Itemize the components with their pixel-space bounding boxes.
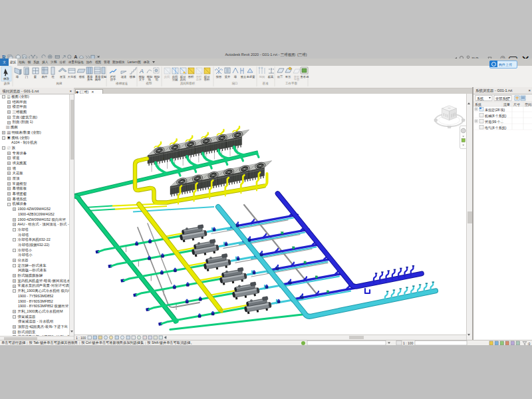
svg-text:老虎窗: 老虎窗 (247, 75, 256, 78)
svg-text:天花板: 天花板 (68, 75, 77, 78)
svg-text:面积: 面积 (204, 78, 210, 81)
svg-text:洞口: 洞口 (232, 82, 238, 85)
svg-text:屋顶: 屋顶 (60, 75, 66, 78)
svg-text:修改: 修改 (3, 76, 10, 80)
svg-text:分隔: 分隔 (172, 78, 178, 82)
svg-text:系统: 系统 (87, 78, 93, 81)
svg-text:组: 组 (156, 78, 159, 81)
svg-text:坡道: 坡道 (120, 75, 127, 78)
svg-text:显示: 显示 (285, 75, 291, 78)
svg-text:构建: 构建 (56, 82, 63, 86)
svg-text:空间名: 空间名 (525, 102, 532, 107)
svg-text:门: 门 (25, 75, 28, 78)
svg-text:按面: 按面 (215, 75, 222, 78)
svg-text:窗: 窗 (34, 75, 37, 78)
svg-text:A: A (139, 68, 144, 74)
svg-text:管道(99 个...: 管道(99 个... (485, 120, 503, 124)
svg-text:楼梯坡道: 楼梯坡道 (115, 82, 128, 85)
svg-text:线: 线 (148, 78, 152, 81)
svg-text:平面: 平面 (294, 78, 300, 81)
svg-text:选择: 选择 (3, 82, 10, 86)
svg-text:网格: 网格 (95, 78, 101, 81)
svg-text:楼梯: 楼梯 (130, 75, 136, 78)
svg-text:面积: 面积 (188, 75, 194, 78)
svg-text:标高: 标高 (268, 75, 274, 79)
svg-text:竖井: 竖井 (225, 75, 231, 78)
svg-text:查看器: 查看器 (301, 75, 310, 78)
svg-text:未指定(28 项): 未指定(28 项) (485, 108, 505, 112)
svg-text:系统: 系统 (475, 102, 481, 107)
svg-text:工作平面: 工作平面 (285, 81, 298, 85)
svg-text:全部系统: 全部系统 (495, 96, 510, 101)
svg-text:模型: 模型 (146, 81, 153, 85)
svg-text:墙: 墙 (15, 75, 19, 78)
svg-text:竖梃: 竖梃 (101, 75, 107, 78)
svg-text:柱: 柱 (51, 75, 55, 78)
svg-text:设置: 设置 (277, 75, 283, 78)
svg-text:系统: 系统 (477, 96, 484, 101)
svg-text:1 : 100: 1 : 100 (76, 336, 86, 340)
svg-text:边界: 边界 (196, 78, 202, 81)
svg-text:轴网: 轴网 (259, 75, 265, 78)
svg-text:楼板: 楼板 (79, 75, 85, 78)
svg-text:流量: 流量 (503, 102, 510, 107)
svg-text:文字: 文字 (139, 78, 145, 81)
svg-text:房间和面积: 房间和面积 (180, 81, 196, 86)
svg-text:基准: 基准 (263, 82, 269, 85)
svg-text:尺寸: 尺寸 (513, 102, 520, 106)
svg-text:墙: 墙 (233, 75, 237, 78)
svg-text:机械(8 个系统): 机械(8 个系统) (485, 114, 507, 118)
svg-text:电气(8 个系统): 电气(8 个系统) (485, 126, 507, 130)
svg-text:房间: 房间 (164, 75, 170, 79)
svg-text:扶手: 扶手 (110, 78, 116, 81)
svg-text:构件: 构件 (42, 75, 48, 79)
